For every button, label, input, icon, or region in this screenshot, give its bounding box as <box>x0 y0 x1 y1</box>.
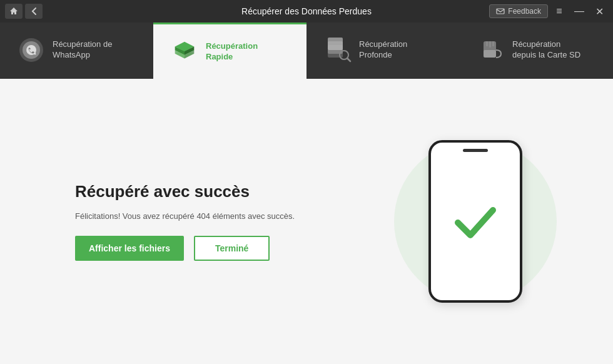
whatsapp-tab-icon <box>18 36 45 64</box>
tab-profonde[interactable]: Récupération Profonde <box>306 23 460 79</box>
rapide-tab-label: Récupération Rapide <box>206 41 258 63</box>
success-title: Récupéré avec succès <box>75 182 388 201</box>
svg-rect-5 <box>328 38 343 50</box>
minimize-button[interactable]: — <box>570 4 588 19</box>
tab-sd[interactable]: Récupération depuis la Carte SD <box>460 23 613 79</box>
navigation-bar: Récupération de WhatsApp <box>0 23 613 79</box>
window-title: Récupérer des Données Perdues <box>241 6 372 16</box>
sd-tab-label: Récupération depuis la Carte SD <box>512 39 580 61</box>
main-content: Récupéré avec succès Félicitations! Vous… <box>0 79 613 364</box>
profonde-tab-icon <box>324 36 352 64</box>
back-button[interactable] <box>25 4 43 19</box>
title-bar-right: Feedback ≡ — ✕ <box>489 4 608 19</box>
success-section: Récupéré avec succès Félicitations! Vous… <box>50 182 388 261</box>
menu-button[interactable]: ≡ <box>550 4 568 19</box>
sd-tab-icon <box>477 36 505 64</box>
phone-illustration <box>388 140 563 303</box>
svg-rect-11 <box>492 41 494 46</box>
tab-rapide[interactable]: Récupération Rapide <box>153 23 306 79</box>
home-button[interactable] <box>5 4 23 19</box>
success-subtitle: Félicitations! Vous avez récupéré 404 él… <box>75 211 388 221</box>
feedback-button[interactable]: Feedback <box>489 4 548 18</box>
svg-line-7 <box>347 58 350 61</box>
svg-rect-10 <box>489 41 491 48</box>
show-files-button[interactable]: Afficher les fichiers <box>75 236 184 261</box>
rapide-tab-icon <box>171 38 198 66</box>
whatsapp-tab-label: Récupération de WhatsApp <box>53 39 112 61</box>
checkmark-icon <box>450 196 500 253</box>
title-bar-left <box>5 4 43 19</box>
close-button[interactable]: ✕ <box>590 4 608 19</box>
done-button[interactable]: Terminé <box>194 236 270 261</box>
profonde-tab-label: Récupération Profonde <box>359 39 407 61</box>
svg-rect-12 <box>484 50 496 58</box>
success-buttons: Afficher les fichiers Terminé <box>75 236 388 261</box>
svg-rect-0 <box>497 9 504 14</box>
svg-rect-9 <box>486 41 488 46</box>
phone-frame <box>428 140 522 303</box>
title-bar: Récupérer des Données Perdues Feedback ≡… <box>0 0 613 23</box>
tab-whatsapp[interactable]: Récupération de WhatsApp <box>0 23 153 79</box>
